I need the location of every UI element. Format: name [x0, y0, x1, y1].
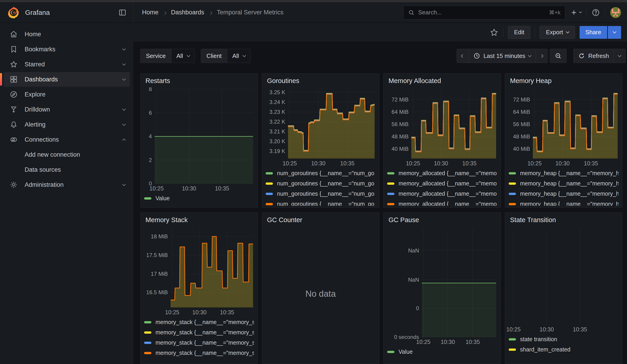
- panel-chart-canvas[interactable]: 72 MiB64 MiB56 MiB48 MiB40 MiB10:2510:30…: [387, 87, 498, 167]
- sidebar-item-connections[interactable]: Connections: [4, 132, 130, 147]
- breadcrumb-home[interactable]: Home: [142, 9, 158, 16]
- refresh-interval-button[interactable]: [614, 49, 626, 63]
- panel-legend: num_goroutines {__name__="num_gonum_goro…: [266, 168, 375, 206]
- new-menu-button[interactable]: [570, 9, 581, 16]
- legend-item[interactable]: Value: [144, 193, 254, 204]
- breadcrumb-dashboards[interactable]: Dashboards: [171, 9, 204, 16]
- panel-chart-canvas[interactable]: 10:2510:3010:35: [505, 227, 619, 333]
- client-filter-select[interactable]: All: [227, 49, 251, 63]
- legend-item[interactable]: num_goroutines {__name__="num_go: [266, 189, 375, 199]
- legend-item[interactable]: memory_stack {__name__="memory_s: [144, 348, 254, 358]
- panel-title[interactable]: GC Pause: [388, 216, 497, 224]
- avatar-pixel-art: [610, 7, 621, 18]
- y-axis-tick-label: NaN: [408, 277, 419, 283]
- chevron-down-icon: [122, 107, 126, 111]
- y-axis-tick-label: 40 MiB: [391, 146, 409, 152]
- legend-item[interactable]: shard_item_created: [509, 344, 619, 355]
- legend-item[interactable]: memory_allocated {__name__="memo: [387, 189, 497, 199]
- client-filter-value: All: [232, 52, 239, 59]
- sidebar-item-add-new-connection[interactable]: Add new connection: [4, 147, 130, 162]
- panel-chart-canvas[interactable]: 18 MiB17.5 MiB17 MiB16.5 MiB10:2510:3010…: [144, 227, 255, 316]
- favorite-star-button[interactable]: [489, 28, 499, 37]
- zoom-out-button[interactable]: [550, 49, 567, 63]
- panel-title[interactable]: GC Counter: [267, 216, 375, 224]
- legend-item[interactable]: state transition: [509, 334, 619, 344]
- panel-title[interactable]: Memory Stack: [146, 216, 254, 224]
- y-axis-tick-label: 3.21 K: [269, 128, 285, 135]
- grafana-dashboard-page: { "colors": { "accent_blue": "#3D71D9", …: [0, 0, 627, 364]
- top-nav: Grafana Home Dashboards Temporal Server …: [0, 2, 627, 23]
- panel-title[interactable]: Memory Allocated: [388, 77, 497, 85]
- y-axis-tick-label: 3.20 K: [269, 138, 285, 144]
- panel-title[interactable]: Memory Heap: [510, 77, 619, 85]
- legend-item[interactable]: memory_allocated {__name__="memo: [387, 178, 497, 189]
- legend-item[interactable]: memory_stack {__name__="memory_s: [144, 338, 254, 348]
- service-filter: Service All: [140, 49, 195, 63]
- refresh-button[interactable]: Refresh: [574, 49, 614, 63]
- sidebar-item-data-sources[interactable]: Data sources: [4, 162, 130, 177]
- y-axis-tick-label: 16.5 MiB: [146, 289, 168, 295]
- chevron-right-icon: [540, 54, 544, 58]
- x-axis-tick-label: 10:25: [282, 160, 297, 166]
- legend-item[interactable]: memory_heap {__name__="memory_h: [509, 168, 619, 178]
- user-avatar[interactable]: [610, 7, 621, 18]
- panel-title[interactable]: State Transition: [510, 216, 619, 224]
- legend-item[interactable]: memory_heap {__name__="memory_h: [509, 199, 619, 206]
- x-axis-tick-label: 10:30: [434, 160, 448, 166]
- x-axis-tick-label: 10:25: [406, 160, 420, 166]
- sidebar-item-bookmarks[interactable]: Bookmarks: [4, 42, 130, 56]
- panel-chart: 72 MiB64 MiB56 MiB48 MiB40 MiB10:2510:30…: [509, 87, 619, 167]
- service-filter-label: Service: [140, 49, 171, 63]
- panel-legend: Value: [144, 193, 254, 205]
- sidebar-item-explore[interactable]: Explore: [4, 87, 130, 102]
- panel-chart-canvas[interactable]: 3.25 K3.24 K3.23 K3.22 K3.21 K3.20 K3.19…: [266, 87, 376, 167]
- sidebar-item-drilldown[interactable]: Drilldown: [4, 102, 130, 117]
- sidebar-item-administration[interactable]: Administration: [4, 177, 130, 192]
- panel-title[interactable]: Restarts: [146, 77, 254, 85]
- client-filter: Client All: [201, 49, 251, 63]
- panel-chart-canvas[interactable]: 72 MiB64 MiB56 MiB48 MiB40 MiB10:2510:30…: [509, 87, 619, 167]
- panel-title[interactable]: Goroutines: [267, 77, 375, 85]
- legend-item[interactable]: memory_heap {__name__="memory_h: [509, 189, 619, 199]
- legend-item[interactable]: num_goroutines {__name__="num_go: [266, 199, 375, 206]
- panel-chart-canvas[interactable]: 0246810:2510:3010:35: [144, 87, 255, 192]
- gear-icon: [9, 181, 18, 189]
- legend-item[interactable]: memory_allocated {__name__="memo: [387, 168, 497, 178]
- share-button[interactable]: Share: [579, 26, 607, 39]
- x-axis-tick-label: 10:35: [573, 326, 587, 332]
- sidebar-item-alerting[interactable]: Alerting: [4, 117, 130, 132]
- dock-sidebar-icon[interactable]: [119, 9, 126, 16]
- legend-item[interactable]: memory_stack {__name__="memory_s: [144, 327, 254, 338]
- export-button[interactable]: Export: [540, 26, 575, 39]
- x-axis-tick-label: 10:35: [220, 309, 234, 315]
- series-area-fill: [155, 136, 253, 184]
- edit-button[interactable]: Edit: [508, 26, 530, 39]
- sidebar-item-label: Administration: [25, 181, 64, 188]
- time-shift-back-button[interactable]: [457, 49, 469, 63]
- legend-item[interactable]: memory_stack {__name__="memory_s: [144, 317, 254, 327]
- legend-item[interactable]: memory_heap {__name__="memory_h: [509, 178, 619, 189]
- sidebar-item-dashboards[interactable]: Dashboards: [4, 72, 130, 87]
- time-shift-forward-button[interactable]: [536, 49, 548, 63]
- time-range-picker[interactable]: Last 15 minutes: [469, 49, 536, 63]
- chevron-down-icon: [122, 182, 126, 186]
- share-menu-button[interactable]: [608, 26, 621, 39]
- time-range-group: Last 15 minutes: [457, 49, 548, 63]
- panel-chart-canvas[interactable]: NaNNaN00 seconds10:2510:3010:35: [387, 227, 498, 346]
- help-button[interactable]: [592, 8, 600, 17]
- y-axis-tick-label: 3.23 K: [269, 109, 285, 115]
- service-filter-select[interactable]: All: [171, 49, 195, 63]
- sidebar-item-label: Explore: [25, 91, 46, 98]
- legend-item[interactable]: Value: [387, 347, 497, 357]
- y-axis-tick-label: 18 MiB: [151, 233, 168, 239]
- sidebar-item-home[interactable]: Home: [4, 27, 130, 42]
- legend-item[interactable]: num_goroutines {__name__="num_go: [266, 178, 375, 189]
- chevron-down-icon: [187, 53, 190, 57]
- legend-item[interactable]: memory_allocated {__name__="memo: [387, 199, 497, 206]
- sidebar-item-starred[interactable]: Starred: [4, 57, 130, 72]
- legend-item[interactable]: num_goroutines {__name__="num_go: [266, 168, 375, 178]
- panel-legend: Value: [387, 347, 497, 359]
- chevron-down-icon: [122, 47, 126, 51]
- legend-label: memory_stack {__name__="memory_s: [156, 350, 254, 356]
- search-input[interactable]: Search... ⌘+k: [403, 6, 565, 19]
